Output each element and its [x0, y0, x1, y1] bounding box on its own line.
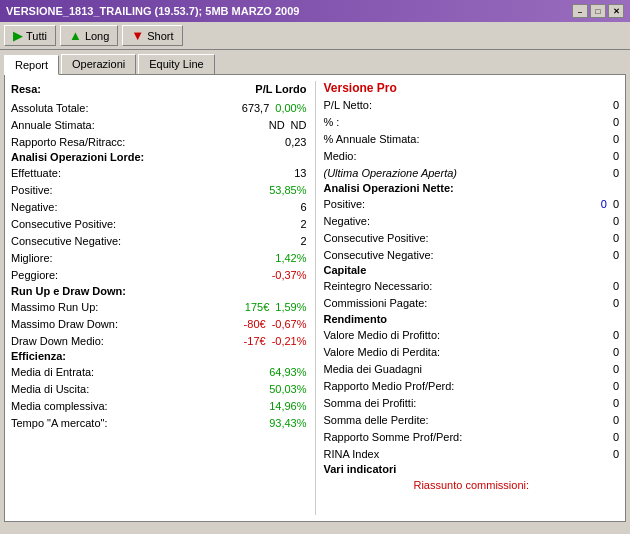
title-bar-text: VERSIONE_1813_TRAILING (19.53.7); 5MB MA… — [6, 5, 572, 17]
perc-annuale-val: 0 — [613, 131, 619, 148]
right-panel: Versione Pro P/L Netto: 0 % : 0 % Annual… — [315, 81, 620, 515]
effettuate-row: Effettuate: 13 — [11, 165, 307, 182]
val-medio-profitto-row: Valore Medio di Profitto: 0 — [324, 327, 620, 344]
medio-val: 0 — [613, 148, 619, 165]
rendimento-section: Rendimento Valore Medio di Profitto: 0 V… — [324, 313, 620, 463]
capitale-section: Capitale Reintegro Necessario: 0 Commiss… — [324, 264, 620, 312]
medio-row: Medio: 0 — [324, 148, 620, 165]
somma-perdite-row: Somma delle Perdite: 0 — [324, 412, 620, 429]
commissioni-pagate-row: Commissioni Pagate: 0 — [324, 295, 620, 312]
rapporto-somme-row: Rapporto Somme Prof/Perd: 0 — [324, 429, 620, 446]
media-complessiva-row: Media complessiva: 14,96% — [11, 398, 307, 415]
rapporto-prof-perd-label: Rapporto Medio Prof/Perd: — [324, 378, 455, 395]
content-area: Resa: P/L Lordo Assoluta Totale: 673,7 0… — [4, 74, 626, 522]
media-uscita-label: Media di Uscita: — [11, 381, 89, 398]
media-guadagni-val: 0 — [613, 361, 619, 378]
rapporto-row: Rapporto Resa/Ritracc: 0,23 — [11, 134, 307, 151]
peggiore-label: Peggiore: — [11, 267, 58, 284]
pl-netto-val: 0 — [613, 97, 619, 114]
positive-nette-val2: 0 — [613, 196, 619, 213]
versione-pro-title: Versione Pro — [324, 81, 620, 95]
negative-lorde-val: 6 — [300, 199, 306, 216]
media-uscita-row: Media di Uscita: 50,03% — [11, 381, 307, 398]
perc-annuale-label: % Annuale Stimata: — [324, 131, 420, 148]
tab-report[interactable]: Report — [4, 55, 59, 75]
cons-pos-nette-val: 0 — [613, 230, 619, 247]
mass-draw-down-val2: -0,67% — [272, 316, 307, 333]
tempo-mercato-row: Tempo "A mercato": 93,43% — [11, 415, 307, 432]
mass-draw-down-row: Massimo Draw Down: -80€ -0,67% — [11, 316, 307, 333]
close-button[interactable]: ✕ — [608, 4, 624, 18]
peggiore-row: Peggiore: -0,37% — [11, 267, 307, 284]
positive-nette-val1: 0 — [601, 196, 607, 213]
mass-run-up-label: Massimo Run Up: — [11, 299, 98, 316]
cons-neg-lorde-label: Consecutive Negative: — [11, 233, 121, 250]
tutti-label: Tutti — [26, 30, 47, 42]
rapporto-somme-label: Rapporto Somme Prof/Perd: — [324, 429, 463, 446]
annuale-val1: ND — [269, 117, 285, 134]
assoluta-values: 673,7 0,00% — [242, 100, 307, 117]
assoluta-row: Assoluta Totale: 673,7 0,00% — [11, 100, 307, 117]
ultima-op-row: (Ultima Operazione Aperta) 0 — [324, 165, 620, 182]
maximize-button[interactable]: □ — [590, 4, 606, 18]
val-medio-profitto-label: Valore Medio di Profitto: — [324, 327, 441, 344]
long-icon: ▲ — [69, 28, 82, 43]
cons-neg-lorde-val: 2 — [300, 233, 306, 250]
rina-index-val: 0 — [613, 446, 619, 463]
tempo-mercato-label: Tempo "A mercato": — [11, 415, 107, 432]
analisi-nette-section: Analisi Operazioni Nette: Positive: 0 0 … — [324, 182, 620, 264]
effettuate-label: Effettuate: — [11, 165, 61, 182]
tab-equity-line[interactable]: Equity Line — [138, 54, 214, 74]
somma-profitti-label: Somma dei Profitti: — [324, 395, 417, 412]
ultima-op-val: 0 — [613, 165, 619, 182]
rapporto-somme-val: 0 — [613, 429, 619, 446]
tutti-icon: ▶ — [13, 28, 23, 43]
minimize-button[interactable]: – — [572, 4, 588, 18]
negative-nette-label: Negative: — [324, 213, 370, 230]
rendimento-title: Rendimento — [324, 313, 620, 325]
resa-header-row: Resa: P/L Lordo — [11, 81, 307, 100]
pl-netto-label: P/L Netto: — [324, 97, 373, 114]
assoluta-label: Assoluta Totale: — [11, 100, 88, 117]
mass-run-up-row: Massimo Run Up: 175€ 1,59% — [11, 299, 307, 316]
long-label: Long — [85, 30, 109, 42]
annuale-val2: ND — [291, 117, 307, 134]
cons-pos-nette-label: Consecutive Positive: — [324, 230, 429, 247]
mass-draw-down-val1: -80€ — [244, 316, 266, 333]
cons-neg-nette-label: Consecutive Negative: — [324, 247, 434, 264]
rapporto-prof-perd-row: Rapporto Medio Prof/Perd: 0 — [324, 378, 620, 395]
ultima-op-label: (Ultima Operazione Aperta) — [324, 165, 457, 182]
efficienza-title: Efficienza: — [11, 350, 307, 362]
assoluta-val2: 0,00% — [275, 100, 306, 117]
draw-down-medio-val1: -17€ — [244, 333, 266, 350]
runup-title: Run Up e Draw Down: — [11, 285, 307, 297]
migliore-label: Migliore: — [11, 250, 53, 267]
media-entrata-label: Media di Entrata: — [11, 364, 94, 381]
short-button[interactable]: ▼ Short — [122, 25, 182, 46]
mass-draw-down-label: Massimo Draw Down: — [11, 316, 118, 333]
tempo-mercato-val: 93,43% — [269, 415, 306, 432]
media-entrata-val: 64,93% — [269, 364, 306, 381]
cons-pos-lorde-val: 2 — [300, 216, 306, 233]
short-label: Short — [147, 30, 173, 42]
perc-annuale-row: % Annuale Stimata: 0 — [324, 131, 620, 148]
mass-draw-down-values: -80€ -0,67% — [244, 316, 307, 333]
draw-down-medio-values: -17€ -0,21% — [244, 333, 307, 350]
media-entrata-row: Media di Entrata: 64,93% — [11, 364, 307, 381]
negative-lorde-label: Negative: — [11, 199, 57, 216]
draw-down-medio-label: Draw Down Medio: — [11, 333, 104, 350]
commissioni-pagate-val: 0 — [613, 295, 619, 312]
annuale-label: Annuale Stimata: — [11, 117, 95, 134]
effettuate-val: 13 — [294, 165, 306, 182]
medio-label: Medio: — [324, 148, 357, 165]
title-bar: VERSIONE_1813_TRAILING (19.53.7); 5MB MA… — [0, 0, 630, 22]
tab-operazioni[interactable]: Operazioni — [61, 54, 136, 74]
draw-down-medio-row: Draw Down Medio: -17€ -0,21% — [11, 333, 307, 350]
runup-section: Run Up e Draw Down: Massimo Run Up: 175€… — [11, 285, 307, 350]
long-button[interactable]: ▲ Long — [60, 25, 118, 46]
media-uscita-val: 50,03% — [269, 381, 306, 398]
tutti-button[interactable]: ▶ Tutti — [4, 25, 56, 46]
analisi-lorde-section: Analisi Operazioni Lorde: Effettuate: 13… — [11, 151, 307, 284]
draw-down-medio-val2: -0,21% — [272, 333, 307, 350]
commissioni-pagate-label: Commissioni Pagate: — [324, 295, 428, 312]
